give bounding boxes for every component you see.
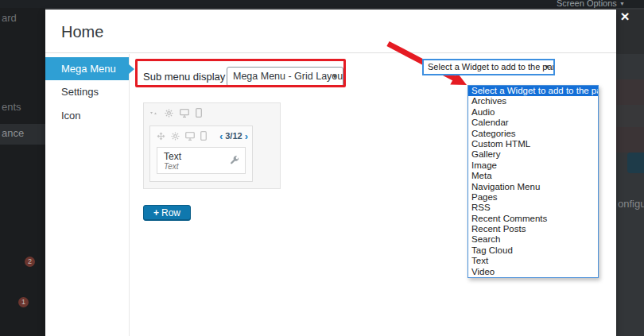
notification-count-badge: 1: [18, 297, 29, 307]
row-toolbar: [149, 108, 202, 118]
chevron-down-icon: ▼: [332, 68, 338, 86]
tab-mega-menu[interactable]: Mega Menu: [45, 57, 129, 80]
dimmed-page-background: onfigura: [616, 8, 644, 336]
widget-option[interactable]: Search: [468, 234, 598, 245]
widget-option[interactable]: Categories: [468, 129, 598, 139]
add-row-button[interactable]: +Row: [143, 205, 191, 221]
widget-select-value: Select a Widget to add to the panel: [428, 62, 555, 71]
widget-option[interactable]: Archives: [468, 96, 598, 106]
mobile-icon[interactable]: [200, 131, 207, 141]
sidebar-item-comments-fragment: ents: [2, 101, 21, 113]
display-mode-value: Mega Menu - Grid Layout: [233, 71, 343, 82]
sidebar-item-dashboard-fragment: ard: [2, 12, 17, 24]
desktop-icon[interactable]: [180, 109, 189, 118]
page-title: Home: [61, 10, 103, 54]
chevron-down-icon: ▼: [619, 1, 625, 6]
widget-option[interactable]: Calendar: [468, 118, 598, 128]
gear-icon[interactable]: [165, 109, 173, 118]
widget-select[interactable]: Select a Widget to add to the panel ▼: [422, 59, 555, 75]
tab-icon[interactable]: Icon: [45, 104, 129, 128]
screen-options-toggle[interactable]: Screen Options ▼: [557, 0, 625, 8]
background-row: [616, 127, 644, 153]
widget-option[interactable]: Navigation Menu: [468, 182, 598, 192]
widget-title: Text: [164, 151, 181, 162]
widget-option[interactable]: Video: [468, 267, 598, 277]
widget-option[interactable]: RSS: [468, 203, 598, 213]
widget-option[interactable]: Tag Cloud: [468, 245, 598, 256]
desktop-icon[interactable]: [185, 132, 195, 141]
background-row: [616, 79, 644, 105]
chevron-left-icon[interactable]: ‹: [219, 132, 223, 141]
admin-bar: [0, 0, 644, 8]
grid-column: ‹ 3/12 › Text Text: [149, 126, 253, 182]
widget-option[interactable]: Image: [468, 160, 598, 171]
widget-select-options: Select a Widget to add to the panelArchi…: [467, 85, 599, 278]
column-width-pagination: ‹ 3/12 ›: [219, 131, 248, 141]
widget-option[interactable]: Meta: [468, 171, 598, 181]
background-button: [627, 153, 644, 173]
gear-icon[interactable]: [171, 132, 180, 141]
add-row-label: Row: [161, 207, 180, 218]
widget-option[interactable]: Text: [468, 256, 598, 266]
widget-subtitle: Text: [164, 162, 179, 171]
resize-icon[interactable]: [149, 109, 158, 118]
close-icon[interactable]: ×: [617, 9, 633, 25]
grid-layout-panel: ‹ 3/12 › Text Text: [143, 102, 281, 189]
sidebar-item-appearance-fragment: ance: [2, 127, 24, 139]
modal-header: Home: [45, 10, 616, 53]
screen-options-label: Screen Options: [557, 0, 617, 8]
widget-option[interactable]: Custom HTML: [468, 139, 598, 149]
chevron-right-icon[interactable]: ›: [245, 132, 248, 141]
column-width-value: 3/12: [225, 131, 242, 141]
wrench-icon[interactable]: [230, 156, 239, 165]
tab-settings[interactable]: Settings: [45, 80, 129, 104]
chevron-down-icon: ▼: [544, 60, 550, 74]
display-mode-select[interactable]: Mega Menu - Grid Layout ▼: [227, 67, 343, 87]
text-widget-card[interactable]: Text Text: [157, 147, 246, 174]
widget-option[interactable]: Recent Posts: [468, 224, 598, 234]
widget-option[interactable]: Select a Widget to add to the panel: [468, 86, 598, 96]
column-toolbar: ‹ 3/12 ›: [157, 131, 248, 141]
page: { "backdrop": { "admin_bar": { "screen_o…: [0, 0, 644, 336]
widget-option[interactable]: Audio: [468, 107, 598, 118]
background-row: [616, 105, 644, 127]
move-icon[interactable]: [157, 132, 165, 141]
update-count-badge: 2: [25, 257, 35, 267]
plus-icon: +: [153, 207, 159, 218]
widget-option[interactable]: Gallery: [468, 149, 598, 160]
mobile-icon[interactable]: [196, 108, 202, 118]
admin-sidebar: ard ents ance 2 1: [0, 8, 45, 336]
widget-option[interactable]: Pages: [468, 192, 598, 203]
background-text-fragment: onfigura: [618, 198, 644, 210]
widget-option[interactable]: Recent Comments: [468, 214, 598, 224]
modal-tab-sidebar: Mega Menu Settings Icon: [45, 54, 130, 336]
